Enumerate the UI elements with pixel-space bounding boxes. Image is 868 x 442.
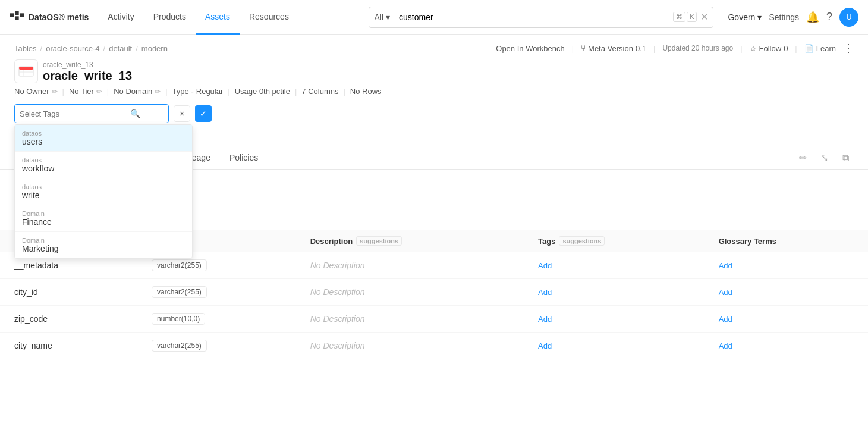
owner-label: No Owner	[14, 87, 49, 96]
search-type-label: All	[374, 12, 383, 22]
col-tag-add-0[interactable]: Add	[538, 261, 552, 270]
tag-dropdown-item-users[interactable]: dataos users	[15, 125, 192, 152]
tags-area: 🔍 dataos users dataos workflow dataos wr…	[0, 99, 868, 128]
domain-field: No Domain ✏	[114, 87, 161, 96]
close-icon: ×	[180, 109, 184, 118]
nav-assets[interactable]: Assets	[196, 0, 240, 35]
breadcrumb-oracle-source[interactable]: oracle-source-4	[46, 44, 99, 53]
col-desc-1: No Description	[310, 287, 365, 297]
chevron-down-icon: ▾	[386, 12, 390, 22]
owner-field: No Owner ✏	[14, 87, 58, 96]
breadcrumb-tables[interactable]: Tables	[14, 44, 37, 53]
search-type-select[interactable]: All ▾	[374, 12, 395, 22]
col-glossary-header: Glossary Terms	[705, 230, 868, 252]
tag-category-4: Domain	[22, 237, 185, 244]
tag-dropdown-item-finance[interactable]: Domain Finance	[15, 205, 192, 232]
svg-rect-5	[19, 67, 33, 70]
tag-name-3: Finance	[22, 217, 185, 227]
govern-label: Govern	[728, 12, 755, 22]
table-row: zip_code number(10,0) No Description Add…	[0, 306, 868, 333]
edit-schema-button[interactable]: ✏	[794, 150, 811, 167]
nav-resources[interactable]: Resources	[240, 0, 298, 35]
col-glossary-add-3[interactable]: Add	[719, 341, 732, 350]
follow-button[interactable]: ☆ Follow 0	[750, 44, 788, 53]
settings-button[interactable]: Settings	[769, 12, 799, 22]
table-icon	[14, 59, 38, 83]
nav-activity[interactable]: Activity	[98, 0, 143, 35]
nav-right: Govern ▾ Settings 🔔 ? U	[728, 8, 858, 27]
breadcrumb-sep-3: /	[136, 44, 138, 53]
tag-name-0: users	[22, 137, 185, 146]
learn-label: Learn	[816, 44, 836, 53]
tab-actions: ✏ ⤡ ⧉	[794, 150, 854, 167]
tab-policies[interactable]: Policies	[220, 147, 268, 170]
avatar[interactable]: U	[839, 8, 858, 27]
col-tags-header: Tags suggestions	[524, 230, 705, 252]
col-desc-2: No Description	[310, 314, 365, 324]
rows-label: No Rows	[350, 87, 382, 96]
search-input[interactable]	[399, 12, 669, 22]
breadcrumb-sep-2: /	[103, 44, 106, 53]
copy-button[interactable]: ⧉	[837, 150, 854, 167]
book-icon: 📄	[804, 44, 814, 53]
col-glossary-add-1[interactable]: Add	[719, 288, 732, 297]
workbench-button[interactable]: Open In Workbench	[496, 44, 564, 53]
breadcrumb-sep-1: /	[40, 44, 43, 53]
govern-button[interactable]: Govern ▾	[728, 12, 762, 22]
learn-button[interactable]: 📄 Learn	[804, 44, 836, 53]
help-icon[interactable]: ?	[826, 11, 832, 23]
columns-label: 7 Columns	[301, 87, 338, 96]
entity-subtitle: oracle_write_13	[43, 61, 132, 69]
col-tag-add-3[interactable]: Add	[538, 341, 552, 350]
domain-edit-icon[interactable]: ✏	[155, 87, 161, 96]
col-type-2: number(10,0)	[152, 313, 205, 325]
nav-products[interactable]: Products	[144, 0, 196, 35]
domain-label: No Domain	[114, 87, 152, 96]
col-desc-0: No Description	[310, 261, 365, 270]
type-value: Regular	[196, 87, 224, 96]
meta-version-value: 0.1	[636, 44, 646, 53]
col-glossary-add-0[interactable]: Add	[719, 261, 732, 270]
tag-confirm-button[interactable]: ✓	[195, 105, 212, 122]
tag-name-1: workflow	[22, 164, 185, 173]
logo[interactable]: DataOS® metis	[10, 11, 89, 23]
tag-select-input[interactable]: 🔍	[14, 104, 169, 123]
follow-count: 0	[784, 44, 788, 53]
header-actions: Open In Workbench | ⑂ Meta Version 0.1 |…	[496, 35, 854, 55]
tag-search-input[interactable]	[20, 109, 127, 118]
tier-edit-icon[interactable]: ✏	[96, 87, 102, 96]
table-row: city_name varchar2(255) No Description A…	[0, 333, 868, 359]
tag-close-button[interactable]: ×	[174, 105, 190, 122]
tag-dropdown-item-write[interactable]: dataos write	[15, 178, 192, 205]
tag-dropdown-item-workflow[interactable]: dataos workflow	[15, 152, 192, 178]
breadcrumb-modern[interactable]: modern	[141, 44, 168, 53]
tag-dropdown-item-marketing[interactable]: Domain Marketing	[15, 232, 192, 258]
meta-version-label: Meta Version	[588, 44, 633, 53]
tag-name-4: Marketing	[22, 244, 185, 253]
bell-icon[interactable]: 🔔	[806, 11, 819, 24]
breadcrumb-default[interactable]: default	[109, 44, 132, 53]
col-type-0: varchar2(255)	[152, 259, 207, 271]
nav-links: Activity Products Assets Resources	[98, 0, 298, 35]
page-header: oracle_write_13 oracle_write_13	[0, 55, 868, 83]
col-tag-add-2[interactable]: Add	[538, 315, 552, 324]
owner-edit-icon[interactable]: ✏	[52, 87, 58, 96]
more-options-button[interactable]: ⋮	[843, 42, 854, 55]
svg-rect-0	[10, 13, 14, 17]
updated-text: Updated 20 hours ago	[662, 44, 733, 52]
tier-field: No Tier ✏	[69, 87, 102, 96]
expand-button[interactable]: ⤡	[816, 150, 832, 167]
svg-rect-3	[15, 16, 19, 20]
star-icon: ☆	[750, 44, 757, 53]
col-glossary-add-2[interactable]: Add	[719, 315, 732, 324]
follow-label: Follow	[759, 44, 782, 53]
usage-field: Usage 0th pctile	[235, 87, 290, 96]
search-clear-icon[interactable]: ✕	[700, 11, 708, 23]
desc-suggestion-label: suggestions	[356, 236, 402, 246]
tag-category-1: dataos	[22, 156, 185, 164]
search-bar: All ▾ ⌘ K ✕	[369, 7, 713, 28]
entity-name-block: oracle_write_13 oracle_write_13	[43, 61, 132, 83]
col-tag-add-1[interactable]: Add	[538, 288, 552, 297]
type-label: Type -	[172, 87, 194, 96]
col-desc-header: Description suggestions	[296, 230, 524, 252]
